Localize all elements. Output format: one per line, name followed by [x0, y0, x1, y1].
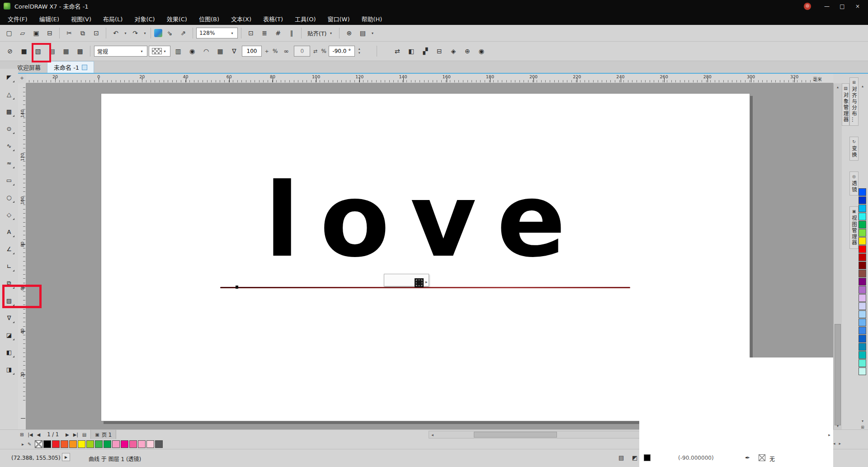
- scroll-down-icon[interactable]: ▾: [834, 422, 842, 429]
- copy-icon[interactable]: ⧉: [76, 27, 89, 39]
- color-swatch[interactable]: [859, 253, 866, 261]
- menu-item[interactable]: 位图(B): [193, 12, 225, 25]
- docker-tab-view-manager[interactable]: ▣视图管理器: [849, 206, 859, 249]
- toolbar-overflow-caret[interactable]: ▾: [370, 31, 375, 35]
- fullscreen-preview-icon[interactable]: ⊡: [245, 27, 257, 39]
- transparency-picker-icon[interactable]: ∇: [228, 45, 241, 57]
- menu-item[interactable]: 表格(T): [257, 12, 289, 25]
- color-swatch[interactable]: [43, 440, 51, 448]
- scroll-right-icon[interactable]: ▸: [826, 431, 833, 438]
- reflected-curve-object[interactable]: [220, 287, 630, 288]
- color-swatch[interactable]: [859, 302, 866, 310]
- color-swatch[interactable]: [129, 440, 137, 448]
- fill-tool[interactable]: ◧: [3, 346, 15, 358]
- menu-item[interactable]: 帮助(H): [356, 12, 388, 25]
- minimize-button[interactable]: —: [820, 2, 834, 11]
- tab-untitled-document[interactable]: 未命名 -1: [47, 61, 94, 73]
- undo-dropdown-caret[interactable]: ▾: [123, 31, 128, 35]
- color-swatch[interactable]: [859, 262, 866, 269]
- color-swatch[interactable]: [859, 229, 866, 237]
- color-swatch[interactable]: [859, 286, 866, 294]
- color-proof-icon[interactable]: ◩: [632, 454, 637, 461]
- document-properties-icon[interactable]: ▤: [618, 454, 624, 461]
- last-page-icon[interactable]: ▶|: [73, 432, 78, 437]
- color-swatch[interactable]: [859, 278, 866, 286]
- palette-eyedropper-icon[interactable]: ✎: [28, 442, 31, 447]
- color-swatch[interactable]: [146, 440, 154, 448]
- undo-icon[interactable]: ↶: [109, 27, 122, 39]
- dimension-tool[interactable]: ∠: [3, 243, 15, 255]
- color-swatch[interactable]: [859, 359, 866, 367]
- color-swatch[interactable]: [859, 351, 866, 359]
- color-swatch[interactable]: [859, 245, 866, 253]
- previous-page-icon[interactable]: ◀: [37, 432, 40, 437]
- redo-dropdown-caret[interactable]: ▾: [142, 31, 147, 35]
- palette-scroll-left-icon[interactable]: ◂: [833, 441, 835, 446]
- menu-item[interactable]: 工具(O): [289, 12, 321, 25]
- texture-transparency-icon[interactable]: ▩: [74, 45, 86, 57]
- swap-transparency-icon[interactable]: ⇄: [311, 46, 319, 56]
- horizontal-ruler[interactable]: 2002040608010012014016018020022024026028…: [26, 74, 833, 83]
- ellipse-tool[interactable]: ○: [3, 191, 15, 203]
- horizontal-scroll-thumb[interactable]: [474, 432, 557, 438]
- transparency-drag-handle[interactable]: [415, 278, 424, 287]
- no-color-swatch[interactable]: [35, 440, 42, 448]
- close-button[interactable]: ×: [851, 2, 864, 11]
- color-swatch[interactable]: [859, 270, 866, 277]
- palette-flyout-icon[interactable]: ⊞: [858, 425, 867, 429]
- text-tool[interactable]: A: [3, 226, 15, 238]
- palette-scroll-right-icon[interactable]: ▸: [839, 441, 841, 446]
- color-swatch[interactable]: [121, 440, 128, 448]
- connector-tool[interactable]: ∟: [3, 260, 15, 272]
- rectangular-fountain-icon[interactable]: ▦: [214, 45, 226, 57]
- outline-pen-tool[interactable]: ◪: [3, 329, 15, 341]
- rotation-spinner[interactable]: ▴ ▾: [356, 46, 363, 57]
- opacity-adjust-icon[interactable]: +: [263, 46, 270, 56]
- first-page-icon[interactable]: |◀: [28, 432, 33, 437]
- uniform-transparency-icon[interactable]: ■: [18, 45, 30, 57]
- palette-scroll-down-icon[interactable]: ▾: [858, 419, 867, 423]
- menu-item[interactable]: 编辑(E): [33, 12, 65, 25]
- color-swatch[interactable]: [112, 440, 120, 448]
- transparency-pattern-select[interactable]: ▾: [149, 46, 170, 57]
- open-icon[interactable]: ▱: [16, 27, 29, 39]
- ruler-origin-icon[interactable]: +: [20, 75, 24, 81]
- mirror-icon[interactable]: ◈: [447, 45, 460, 57]
- menu-item[interactable]: 文本(X): [225, 12, 257, 25]
- edge-transparency-value[interactable]: 0: [294, 46, 310, 57]
- color-swatch[interactable]: [859, 343, 866, 351]
- color-swatch[interactable]: [61, 440, 68, 448]
- menu-item[interactable]: 文件(F): [2, 12, 33, 25]
- target-icon[interactable]: ⊕: [461, 45, 474, 57]
- interactive-fill-tool[interactable]: ◨: [3, 363, 15, 375]
- vertical-ruler[interactable]: 14012010080604020: [18, 83, 26, 429]
- transparency-start-handle[interactable]: [236, 286, 238, 289]
- artistic-media-tool[interactable]: ≈: [3, 157, 15, 169]
- shape-tool[interactable]: △: [3, 88, 15, 100]
- palette-scroll-up-icon[interactable]: ▴: [858, 84, 867, 88]
- show-rulers-icon[interactable]: ≣: [258, 27, 271, 39]
- menu-item[interactable]: 效果(C): [161, 12, 193, 25]
- color-swatch[interactable]: [859, 327, 866, 334]
- polygon-tool[interactable]: ◇: [3, 209, 15, 220]
- color-swatch[interactable]: [859, 294, 866, 302]
- maximize-button[interactable]: □: [835, 2, 849, 11]
- outline-none-swatch[interactable]: [759, 454, 765, 461]
- color-swatch[interactable]: [859, 205, 866, 212]
- color-swatch[interactable]: [104, 440, 111, 448]
- artwork-text[interactable]: love: [101, 170, 750, 272]
- page-tab[interactable]: ▣ 页 1: [90, 430, 116, 439]
- paste-icon[interactable]: ⊡: [90, 27, 103, 39]
- scroll-up-icon[interactable]: ▴: [834, 83, 842, 91]
- color-swatch[interactable]: [859, 310, 866, 318]
- no-transparency-icon[interactable]: ⊘: [4, 45, 16, 57]
- menu-item[interactable]: 视图(V): [65, 12, 97, 25]
- edit-transparency-icon[interactable]: ▞: [419, 45, 432, 57]
- menu-item[interactable]: 对象(C): [128, 12, 160, 25]
- crop-tool[interactable]: ▩: [3, 105, 15, 117]
- menu-item[interactable]: 窗口(W): [322, 12, 356, 25]
- options-icon[interactable]: ⊛: [343, 27, 355, 39]
- conical-fountain-icon[interactable]: ◠: [200, 45, 212, 57]
- color-eyedropper-tool[interactable]: ∇: [3, 312, 15, 324]
- new-document-icon[interactable]: ▢: [3, 27, 15, 39]
